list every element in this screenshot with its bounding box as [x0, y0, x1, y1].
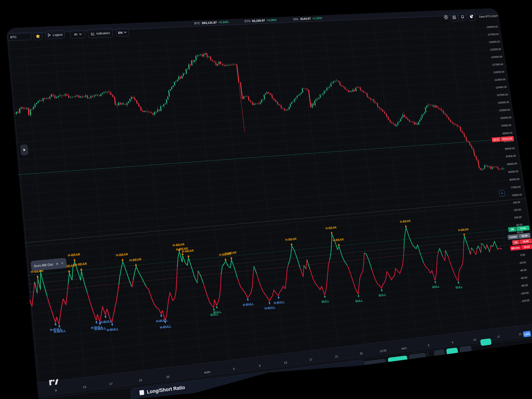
- svg-text:H-BEAR: H-BEAR: [15, 284, 28, 289]
